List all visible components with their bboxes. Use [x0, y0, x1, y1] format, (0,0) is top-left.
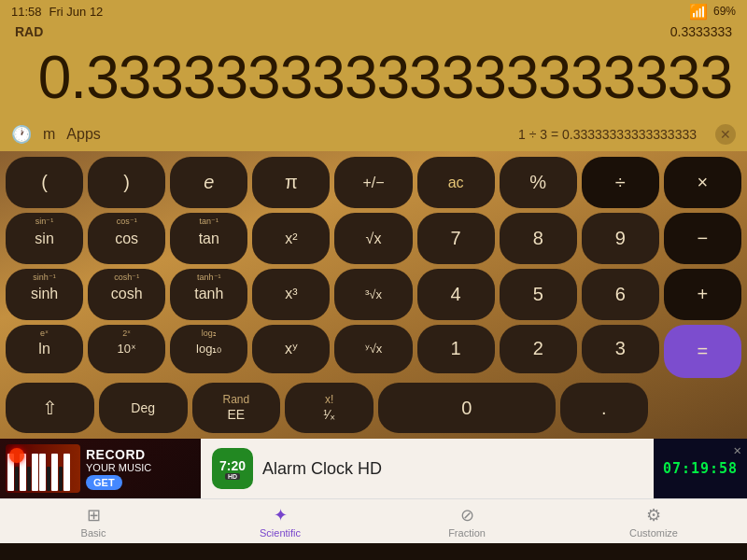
battery-level: 69%	[713, 5, 736, 18]
yrtx-button[interactable]: ʸ√x	[334, 325, 412, 373]
cbrtx-button[interactable]: ³√x	[334, 269, 412, 320]
divide-button[interactable]: ÷	[582, 157, 659, 208]
ln-button[interactable]: eˣ ln	[6, 325, 83, 373]
shift-button[interactable]: ⇧	[6, 383, 94, 434]
ad-center-section[interactable]: 7:20 HD Alarm Clock HD	[201, 439, 654, 498]
status-date: Fri Jun 12	[49, 5, 104, 19]
n0-button[interactable]: 0	[378, 383, 556, 434]
percent-button[interactable]: %	[500, 157, 577, 208]
nav-fraction[interactable]: ⊘ Fraction	[374, 501, 560, 542]
status-time: 11:58	[11, 5, 42, 19]
tanh-button[interactable]: tanh⁻¹ tanh	[170, 269, 247, 320]
n4-button[interactable]: 4	[417, 269, 495, 320]
wifi-icon: 📶	[689, 3, 708, 21]
m-button[interactable]: m	[43, 126, 55, 143]
pi-button[interactable]: π	[252, 157, 330, 208]
euler-button[interactable]: e	[170, 157, 247, 208]
nav-basic-label: Basic	[81, 527, 106, 539]
minus-button[interactable]: −	[664, 213, 741, 264]
n2-button[interactable]: 2	[500, 325, 577, 373]
ad-close-button[interactable]: ✕	[734, 442, 743, 457]
history-expression: 1 ÷ 3 = 0.33333333333333333	[112, 127, 697, 142]
apps-button[interactable]: Apps	[66, 126, 100, 143]
main-display: 0.33333333333333333333	[15, 41, 732, 114]
rad-indicator: RAD	[15, 24, 43, 39]
alarm-clock-display: 07:19:58	[663, 460, 738, 477]
lparen-button[interactable]: (	[6, 157, 83, 208]
deg-button[interactable]: Deg	[99, 383, 188, 434]
rparen-button[interactable]: )	[88, 157, 165, 208]
equals-button[interactable]: =	[664, 325, 741, 378]
ad-your-music-label: YOUR MUSIC	[86, 462, 151, 473]
n6-button[interactable]: 6	[582, 269, 659, 320]
xy-button[interactable]: xʸ	[252, 325, 330, 373]
log2-button[interactable]: log₂ log₁₀	[170, 325, 247, 373]
n9-button[interactable]: 9	[582, 213, 659, 264]
cosh-button[interactable]: cosh⁻¹ cosh	[88, 269, 165, 320]
sin-button[interactable]: sin⁻¹ sin	[6, 213, 83, 264]
plus-button[interactable]: +	[664, 269, 741, 320]
ac-button[interactable]: ac	[417, 157, 495, 208]
sqrtx-button[interactable]: √x	[334, 213, 412, 264]
ad-left-section[interactable]: RECORD YOUR MUSIC GET	[0, 439, 201, 498]
nav-scientific-icon: ✦	[274, 505, 288, 525]
cos-button[interactable]: cos⁻¹ cos	[88, 213, 165, 264]
display-area: RAD 0.3333333 0.33333333333333333333	[0, 22, 747, 118]
ad-record-label: RECORD	[86, 447, 151, 462]
secondary-display: 0.3333333	[670, 24, 732, 39]
plusminus-button[interactable]: +/−	[334, 157, 412, 208]
rand-ee-button[interactable]: Rand EE	[192, 383, 281, 434]
nav-customize[interactable]: ⚙ Customize	[560, 501, 747, 542]
history-icon[interactable]: 🕐	[11, 124, 32, 145]
sinh-button[interactable]: sinh⁻¹ sinh	[6, 269, 83, 320]
ad-get-button[interactable]: GET	[86, 475, 122, 490]
alarm-icon: 7:20 HD	[212, 448, 253, 489]
history-clear-button[interactable]: ✕	[715, 124, 736, 145]
x2-button[interactable]: x²	[252, 213, 330, 264]
n1-button[interactable]: 1	[417, 325, 495, 373]
ad-banner: RECORD YOUR MUSIC GET 7:20 HD Alarm Cloc…	[0, 439, 747, 498]
alarm-app-name: Alarm Clock HD	[262, 459, 382, 479]
nav-scientific[interactable]: ✦ Scientific	[187, 501, 374, 542]
ad-right-section[interactable]: 07:19:58 ✕	[654, 439, 747, 498]
status-bar: 11:58 Fri Jun 12 📶 69%	[0, 0, 747, 22]
dot-button[interactable]: .	[560, 383, 649, 434]
n8-button[interactable]: 8	[500, 213, 577, 264]
button-grid: ( ) e π +/− ac % ÷ × sin⁻¹ sin cos⁻¹ cos…	[0, 151, 747, 439]
nav-scientific-label: Scientific	[260, 527, 301, 539]
nav-fraction-icon: ⊘	[460, 505, 474, 525]
tan-button[interactable]: tan⁻¹ tan	[170, 213, 247, 264]
log10-button[interactable]: 2ˣ 10ˣ	[88, 325, 165, 373]
n7-button[interactable]: 7	[417, 213, 495, 264]
x3-button[interactable]: x³	[252, 269, 330, 320]
nav-fraction-label: Fraction	[448, 527, 486, 539]
fact-invx-button[interactable]: x! ¹⁄ₓ	[285, 383, 374, 434]
nav-customize-icon: ⚙	[646, 505, 661, 525]
n3-button[interactable]: 3	[582, 325, 659, 373]
nav-basic-icon: ⊞	[87, 505, 101, 525]
nav-basic[interactable]: ⊞ Basic	[0, 501, 187, 542]
history-bar: 🕐 m Apps 1 ÷ 3 = 0.33333333333333333 ✕	[0, 118, 747, 151]
n5-button[interactable]: 5	[500, 269, 577, 320]
multiply-button[interactable]: ×	[664, 157, 741, 208]
nav-customize-label: Customize	[629, 527, 678, 539]
bottom-nav: ⊞ Basic ✦ Scientific ⊘ Fraction ⚙ Custom…	[0, 498, 747, 543]
